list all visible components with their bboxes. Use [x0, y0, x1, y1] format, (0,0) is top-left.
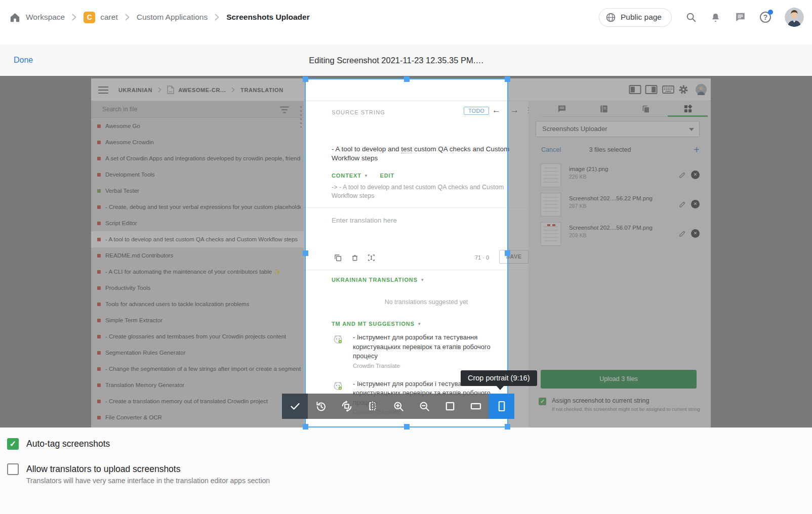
project-logo[interactable]: C [84, 12, 95, 23]
crop-portrait-icon [496, 400, 508, 412]
zoom-out-button[interactable] [411, 394, 437, 419]
embedded-string-item: - Create glossaries and termbases from y… [91, 328, 304, 345]
embedded-string-item: Verbal Tester [91, 183, 304, 199]
user-avatar[interactable] [785, 8, 804, 27]
string-status-icon [97, 335, 101, 338]
selected-app-name: Screenshots Uploader [542, 125, 607, 133]
history-icon [315, 400, 327, 412]
auto-tag-label: Auto-tag screenshots [26, 438, 110, 450]
string-status-icon [97, 367, 101, 371]
home-icon[interactable] [9, 12, 21, 23]
done-button[interactable]: Done [14, 45, 33, 76]
zoom-in-button[interactable] [385, 394, 411, 419]
string-item-label: - A tool to develop and test custom QA c… [105, 236, 298, 242]
crop-handle-middle-left[interactable] [303, 250, 308, 256]
help-icon[interactable]: ? [760, 12, 771, 23]
chevron-right-icon [125, 14, 130, 21]
allow-translators-hint: Translators will have very same interfac… [26, 477, 270, 485]
string-item-label: Tools for advanced users to tackle local… [105, 301, 249, 307]
string-item-label: Script Editor [105, 220, 137, 226]
crop-landscape-button[interactable] [463, 394, 489, 419]
crop-handle-bottom-left[interactable] [303, 424, 308, 430]
string-status-icon [97, 351, 101, 355]
upload-files-button: Upload 3 files [541, 370, 697, 389]
string-item-label: Verbal Tester [105, 188, 139, 194]
crop-rotate-icon [341, 400, 353, 412]
crop-portrait-button[interactable] [489, 394, 514, 419]
file-name: image (21).png [569, 161, 700, 172]
string-status-icon [97, 286, 101, 290]
tab-other-languages-icon [625, 101, 667, 116]
embedded-user-avatar [696, 84, 707, 95]
string-item-label: A set of Crowdin Apps and integrations d… [105, 155, 301, 161]
allow-translators-checkbox[interactable] [7, 463, 19, 475]
app-selector-dropdown: Screenshots Uploader [536, 121, 700, 137]
embedded-search-placeholder: Search in file [102, 101, 137, 118]
tab-terms-icon [583, 101, 625, 116]
embedded-string-item: Awesome Crowdin [91, 134, 304, 150]
string-status-icon [97, 416, 101, 419]
edit-file-pencil-icon [679, 230, 686, 237]
embedded-string-item: Productivity Tools [91, 280, 304, 296]
chevron-right-icon [72, 14, 76, 21]
embedded-strings-panel: Search in file Awesome Go Awesome Crowdi… [91, 101, 304, 427]
breadcrumb-project[interactable]: caret [100, 13, 117, 22]
file-thumbnail [541, 222, 561, 246]
string-status-icon [97, 319, 101, 322]
remove-file-icon [691, 229, 700, 238]
crop-handle-top-left[interactable] [303, 76, 308, 82]
panel-resize-handle-icon [300, 106, 302, 127]
file-name: Screenshot 202....56.07 PM.png [569, 220, 700, 231]
string-item-label: Awesome Crowdin [105, 139, 154, 145]
flip-button[interactable] [359, 394, 385, 419]
files-selected-status: 3 files selected [536, 146, 684, 153]
crop-handle-top-center[interactable] [404, 76, 410, 82]
globe-icon [605, 12, 616, 23]
chevron-right-icon [215, 14, 219, 21]
embedded-language-crumb: UKRAINIAN [118, 87, 152, 93]
embedded-search-field: Search in file [91, 101, 304, 118]
crop-handle-bottom-right[interactable] [505, 424, 510, 430]
assign-screenshot-checkbox [539, 398, 546, 405]
edit-file-pencil-icon [679, 171, 686, 179]
reset-history-button[interactable] [308, 394, 334, 419]
embedded-panel-right-toggle-icon [645, 84, 658, 95]
confirm-crop-button[interactable] [282, 394, 308, 419]
string-item-label: - Change the segmentation of a few strin… [105, 366, 301, 372]
filter-icon [280, 106, 289, 113]
embedded-string-item: Simple Term Extractor [91, 312, 304, 328]
breadcrumb-custom-applications[interactable]: Custom Applications [137, 13, 208, 22]
embedded-panel-left-toggle-icon [629, 84, 641, 95]
string-item-label: File Converter & OCR [105, 414, 162, 420]
crop-handle-middle-right[interactable] [505, 250, 510, 256]
string-status-icon [97, 189, 101, 193]
notifications-bell-icon[interactable] [710, 12, 721, 23]
crop-handle-top-right[interactable] [505, 76, 510, 82]
tab-comments-icon [541, 101, 583, 116]
string-item-label: - Create a translation memory out of tra… [105, 398, 268, 404]
breadcrumb-workspace[interactable]: Workspace [26, 13, 65, 22]
string-item-label: README.md Contributors [105, 252, 173, 259]
search-icon[interactable] [685, 12, 697, 23]
auto-tag-checkbox[interactable] [7, 438, 19, 450]
crop-square-button[interactable] [437, 394, 463, 419]
breadcrumb: Workspace C caret Custom Applications Sc… [9, 7, 317, 27]
crop-rotate-button[interactable] [334, 394, 359, 419]
embedded-mode-crumb: TRANSLATION [240, 87, 283, 93]
edit-file-pencil-icon [679, 200, 686, 208]
help-notification-dot [768, 10, 773, 15]
file-thumbnail [541, 163, 561, 187]
breadcrumb-current-page: Screenshots Uploader [226, 13, 310, 22]
upload-file-row: image (21).png 226 KB [536, 161, 700, 190]
public-page-button[interactable]: Public page [599, 8, 672, 27]
messages-icon[interactable] [735, 12, 746, 23]
tab-apps-icon [667, 101, 709, 116]
crop-landscape-icon [470, 400, 482, 412]
embedded-settings-gear-icon [678, 84, 688, 95]
screenshot-edit-bar: Editing Screenshot 2021-11-23 12.35.35 P… [0, 45, 812, 76]
upload-file-row: Screenshot 202....56.22 PM.png 287 KB [536, 190, 700, 220]
chevron-right-icon [158, 87, 161, 93]
embedded-uploader-panel: Screenshots Uploader Cancel 3 files sele… [529, 101, 711, 427]
crop-handle-bottom-center[interactable] [404, 424, 410, 430]
embedded-string-item: Segmentation Rules Generator [91, 345, 304, 361]
